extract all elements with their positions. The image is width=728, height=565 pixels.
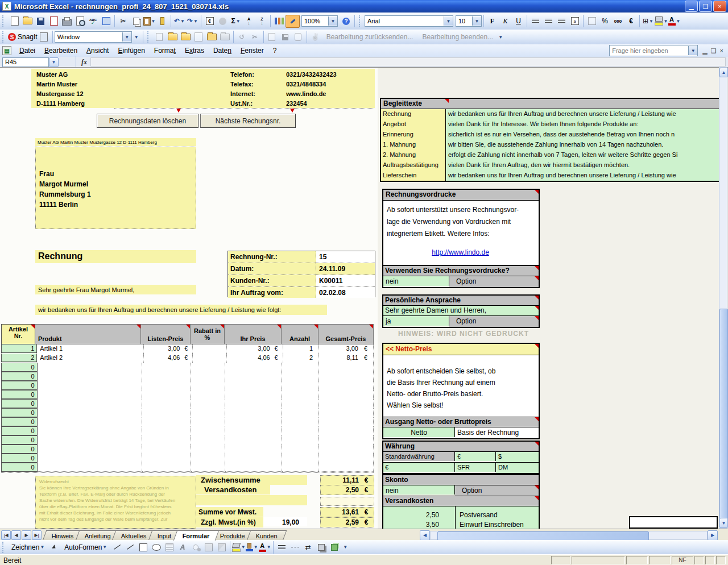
skonto-option-cell[interactable]: Option (455, 485, 539, 496)
artikel-nr-cell[interactable]: 0 (1, 454, 38, 463)
clipart-icon[interactable] (202, 541, 215, 553)
ihr-preis-cell[interactable] (225, 372, 282, 381)
artikel-nr-cell[interactable]: 0 (1, 417, 38, 426)
gesamt-preis-cell[interactable]: 8,11€ (319, 354, 374, 363)
anzahl-cell[interactable] (282, 408, 319, 417)
menu-format[interactable]: Format (150, 45, 180, 56)
artikel-nr-cell[interactable]: 0 (1, 444, 38, 454)
waehrung-current-cell[interactable]: € (383, 463, 455, 472)
gesamt-preis-cell[interactable]: 3,00€ (319, 344, 374, 354)
horizontal-scroll-thumb[interactable] (437, 531, 649, 541)
versand-amount[interactable]: 2,50 (383, 511, 439, 519)
produkt-cell[interactable]: Artikel 1 (37, 344, 144, 354)
font-name-combo[interactable]: Arial▼ (365, 15, 453, 27)
produkt-cell[interactable] (38, 426, 142, 435)
undo-icon[interactable]: ↶▼ (173, 15, 186, 27)
hyperlink-icon[interactable] (216, 15, 229, 27)
vat-rate-cell[interactable]: 19,00 (263, 517, 307, 526)
autoformen-menu[interactable]: AutoFormen▼ (61, 543, 110, 551)
artikel-nr-cell[interactable]: 0 (1, 363, 38, 372)
rabatt-cell[interactable] (191, 444, 225, 454)
arrow-shape-icon[interactable] (123, 541, 136, 553)
ihr-preis-cell[interactable]: 3,00€ (227, 344, 283, 354)
ihr-preis-cell[interactable] (225, 381, 282, 390)
scroll-up-icon[interactable]: ▲ (719, 68, 728, 77)
rabatt-cell[interactable] (191, 372, 225, 381)
ihr-preis-cell[interactable] (225, 399, 282, 408)
menu-help[interactable]: ? (268, 45, 282, 56)
copy-icon[interactable] (130, 15, 143, 27)
new-document-icon[interactable] (8, 15, 21, 27)
waehrung-sfr-cell[interactable]: SFR (455, 463, 496, 472)
sheet-minimize-icon[interactable]: ▁ (702, 47, 707, 55)
gesamt-preis-cell[interactable] (318, 372, 374, 381)
listen-preis-cell[interactable] (142, 426, 192, 435)
review-folder-in-icon[interactable] (179, 31, 192, 43)
ansprache-value-cell[interactable]: ja (383, 316, 449, 326)
underline-icon[interactable]: U (512, 15, 525, 27)
verwenden-value-cell[interactable]: nein (383, 276, 449, 286)
begleittexte-label[interactable]: 1. Mahnung (381, 140, 446, 150)
euro-style-icon[interactable]: € (624, 15, 638, 27)
rectangle-shape-icon[interactable] (136, 541, 150, 553)
listen-preis-cell[interactable] (142, 463, 192, 472)
sort-ascending-icon[interactable]: A↓ (242, 15, 255, 27)
rabatt-cell[interactable] (191, 381, 225, 390)
scroll-down-icon[interactable]: ▼ (719, 518, 728, 528)
restore-button[interactable]: ❑ (699, 1, 712, 12)
ansprache-text-cell[interactable]: Sehr geehrte Damen und Herren, (383, 305, 539, 315)
waehrung-dm-cell[interactable]: DM (496, 463, 539, 473)
listen-preis-cell[interactable]: 3,00€ (144, 344, 193, 354)
produkt-cell[interactable] (38, 408, 142, 417)
ihr-preis-cell[interactable] (225, 435, 282, 444)
wordart-icon[interactable]: A (176, 541, 189, 553)
rabatt-cell[interactable] (191, 463, 225, 472)
totals-empty-cell[interactable] (320, 497, 374, 506)
thousands-style-icon[interactable]: 000 (611, 15, 624, 27)
line-style-icon[interactable] (275, 541, 288, 553)
mail-icon[interactable] (47, 15, 60, 27)
vat-value[interactable]: 2,59€ (320, 517, 374, 527)
order-date-cell[interactable]: 02.02.08 (316, 287, 375, 298)
font-size-combo[interactable]: 10▼ (456, 15, 482, 27)
menu-bearbeiten[interactable]: Bearbeiten (40, 45, 82, 56)
tab-kunden[interactable]: Kunden (247, 530, 287, 541)
paste-icon[interactable]: ▼ (143, 15, 156, 27)
listen-preis-cell[interactable] (142, 399, 192, 408)
produkt-cell[interactable] (38, 381, 142, 390)
ihr-preis-cell[interactable] (225, 426, 282, 435)
menu-einfuegen[interactable]: Einfügen (113, 45, 149, 56)
currency-style-icon[interactable] (585, 15, 598, 27)
produkt-cell[interactable] (38, 417, 142, 426)
draw-line-color-icon[interactable]: ▼ (245, 541, 258, 553)
hscroll-left-icon[interactable]: ◀ (420, 530, 430, 541)
begleittexte-text[interactable]: erfolgt die Zahlung nicht innerhalb von … (446, 150, 719, 160)
listen-preis-cell[interactable] (142, 444, 192, 454)
diagram-icon[interactable] (189, 541, 202, 553)
toolbar-drag-handle[interactable] (2, 15, 6, 27)
review-toolbar-options-icon[interactable]: ▼ (498, 35, 503, 40)
begleittexte-label[interactable]: Lieferschein (381, 171, 446, 181)
anzahl-cell[interactable] (282, 454, 319, 463)
produkt-cell[interactable]: Artikel 2 (37, 354, 144, 363)
listen-preis-cell[interactable] (142, 435, 192, 444)
review-save-icon[interactable] (279, 31, 292, 43)
artikel-nr-cell[interactable]: 1 (1, 344, 37, 353)
artikel-nr-cell[interactable]: 0 (1, 390, 38, 399)
clear-invoice-button[interactable]: Rechnungsdaten löschen (97, 114, 198, 128)
next-invoice-number-button[interactable]: Nächste Rechungsnr. (200, 114, 296, 128)
snagit-mode-combo[interactable]: Window▼ (55, 31, 132, 43)
gesamt-preis-cell[interactable] (318, 463, 374, 472)
draw-font-color-icon[interactable]: A▼ (258, 541, 271, 553)
select-pointer-icon[interactable] (48, 541, 61, 553)
open-icon[interactable] (21, 15, 34, 27)
gesamt-preis-cell[interactable] (318, 454, 374, 463)
arrow-style-icon[interactable]: ⇄ (301, 541, 315, 553)
produkt-cell[interactable] (38, 372, 142, 381)
artikel-nr-cell[interactable]: 0 (1, 426, 38, 435)
redo-icon[interactable]: ↷▼ (186, 15, 199, 27)
produkt-cell[interactable] (38, 463, 142, 472)
invoice-date-cell[interactable]: 24.11.09 (316, 263, 375, 275)
review-check-icon[interactable] (266, 31, 279, 43)
review-finish-button[interactable]: Bearbeitung beenden... (417, 33, 498, 41)
